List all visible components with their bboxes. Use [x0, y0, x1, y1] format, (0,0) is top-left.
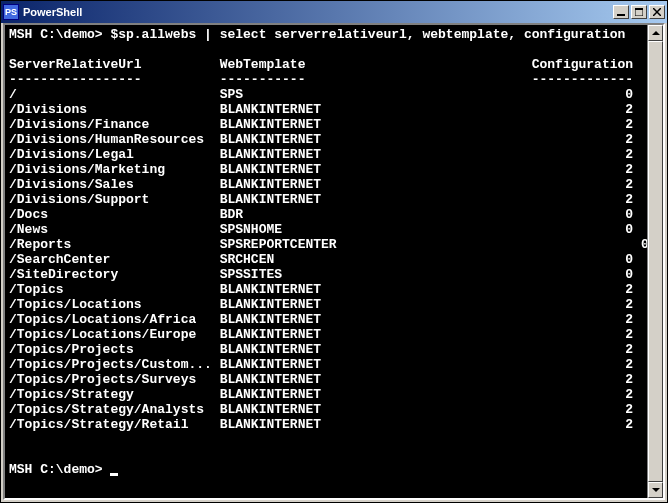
vertical-scrollbar[interactable]: [647, 25, 663, 498]
minimize-icon: [617, 8, 625, 16]
window-buttons: [613, 5, 665, 19]
client-area: MSH C:\demo> $sp.allwebs | select server…: [3, 23, 665, 500]
window-frame: PS PowerShell MSH C:\demo> $sp.allwebs |…: [0, 0, 668, 503]
svg-marker-5: [652, 31, 660, 35]
scroll-track[interactable]: [648, 41, 663, 482]
cursor: [110, 473, 118, 476]
scroll-thumb[interactable]: [648, 41, 663, 482]
scroll-up-button[interactable]: [648, 25, 663, 41]
svg-rect-2: [635, 8, 643, 10]
app-icon: PS: [3, 4, 19, 20]
arrow-down-icon: [652, 486, 660, 494]
terminal-output[interactable]: MSH C:\demo> $sp.allwebs | select server…: [5, 25, 647, 498]
minimize-button[interactable]: [613, 5, 629, 19]
prompt-line[interactable]: MSH C:\demo>: [9, 462, 118, 477]
maximize-button[interactable]: [631, 5, 647, 19]
svg-rect-0: [617, 14, 625, 16]
close-button[interactable]: [649, 5, 665, 19]
titlebar[interactable]: PS PowerShell: [1, 1, 667, 23]
arrow-up-icon: [652, 29, 660, 37]
svg-marker-6: [652, 488, 660, 492]
scroll-down-button[interactable]: [648, 482, 663, 498]
window-title: PowerShell: [23, 6, 613, 18]
close-icon: [653, 8, 661, 16]
maximize-icon: [635, 8, 643, 16]
